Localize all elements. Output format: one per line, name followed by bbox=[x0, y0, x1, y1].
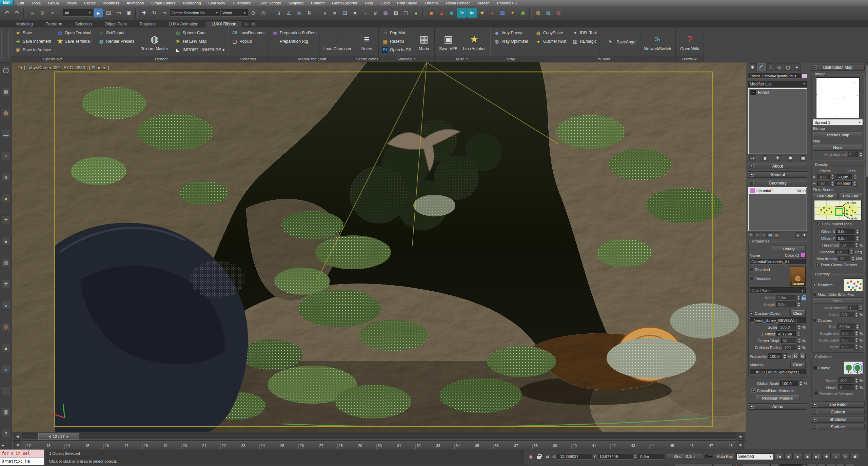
go-to-start-button[interactable]: |◀ bbox=[775, 453, 783, 460]
tab-motion-icon[interactable]: ◎ bbox=[775, 63, 783, 71]
mirror-icon[interactable]: ◑ bbox=[320, 8, 329, 18]
collision-height-spinner[interactable] bbox=[854, 384, 859, 390]
previous-key-button[interactable]: «» bbox=[770, 464, 779, 466]
vray-proxys-button[interactable]: ◆Vray Proxys bbox=[493, 28, 529, 37]
curve-editor-icon[interactable]: ~ bbox=[360, 8, 370, 18]
notes-button[interactable]: ≡Notes bbox=[358, 33, 375, 52]
setoutput-button[interactable]: ≡SetOutput bbox=[97, 28, 135, 37]
menu-item-royal-render[interactable]: Royal Render bbox=[442, 0, 474, 6]
menu-item-tools[interactable]: Tools bbox=[28, 0, 44, 6]
toolbar-expand-icon[interactable]: ▸ bbox=[2, 443, 4, 448]
schematic-view-icon[interactable]: # bbox=[371, 8, 380, 18]
save-button[interactable]: ★Save bbox=[14, 28, 52, 37]
snap-toggle-3d-icon[interactable]: 3 bbox=[274, 8, 283, 18]
make-unique-icon[interactable]: ✚ bbox=[775, 155, 781, 161]
density-y-pixels-spinner[interactable] bbox=[830, 181, 834, 187]
slider-nudge-fwd[interactable]: ▶ bbox=[67, 435, 69, 438]
vray-optimizer-button[interactable]: ◍Vray Optimizer bbox=[493, 37, 529, 45]
frame-tick-24[interactable]: 24 bbox=[259, 444, 265, 449]
angle-snap-icon[interactable]: ∠ bbox=[284, 8, 294, 18]
custom-object-field[interactable]: _forest_library_BEWSWLI bbox=[750, 317, 806, 323]
plugin-icon-2[interactable]: ▲ bbox=[437, 8, 446, 18]
ribbon-tab-populate[interactable]: Populate bbox=[134, 21, 162, 27]
select-and-manipulate-icon[interactable]: ◎ bbox=[259, 8, 268, 18]
frame-tick-44[interactable]: 44 bbox=[649, 444, 655, 449]
density-x-units-spinner[interactable] bbox=[853, 174, 857, 180]
menu-item-ornatrix[interactable]: Ornatrix bbox=[421, 0, 442, 6]
frame-tick-34[interactable]: 34 bbox=[454, 444, 460, 449]
plugin-icon-6[interactable]: ★ bbox=[477, 8, 487, 18]
rollout-camera[interactable]: +Camera bbox=[811, 409, 865, 415]
scale-field[interactable]: 100,0 bbox=[778, 324, 796, 330]
quad-icon-sun[interactable]: ☀ bbox=[2, 215, 11, 224]
plugin-icon-8[interactable]: ▦ bbox=[498, 8, 507, 18]
global-scale-field[interactable]: 100,0 bbox=[780, 381, 798, 386]
plugin-icon-7[interactable]: ● bbox=[488, 8, 497, 18]
frame-spinner[interactable] bbox=[803, 464, 807, 466]
frame-tick-41[interactable]: 41 bbox=[591, 444, 596, 449]
select-object-icon[interactable]: ► bbox=[94, 8, 103, 18]
copypaste-button[interactable]: ◍CopyPaste bbox=[534, 28, 567, 37]
custom-object-radio[interactable] bbox=[750, 311, 754, 315]
plugin-icon-5[interactable]: Re bbox=[467, 8, 477, 18]
viewport-canvas[interactable]: [ + ] [ physCamera001_RAC_0980 ] [ Shade… bbox=[12, 62, 746, 432]
tab-hierarchy-icon[interactable]: ∴ bbox=[766, 63, 774, 71]
resetm-button[interactable]: ▦ResetM bbox=[381, 37, 412, 45]
geometry-list-item[interactable]: OpuntiaFi... 100,0 bbox=[749, 188, 806, 194]
blurry-edge-spinner[interactable] bbox=[854, 337, 859, 343]
object-name-field[interactable]: Forest_Canyon-OpuntiaFicus bbox=[748, 73, 801, 79]
menu-item-print-studio[interactable]: Print Studio bbox=[393, 0, 421, 6]
custom-object-thumbnail[interactable]: ◍ Custom bbox=[790, 267, 806, 286]
mario-button[interactable]: ▦Mario bbox=[416, 33, 432, 52]
density-y-pixels-field[interactable]: 100 bbox=[817, 181, 829, 187]
select-and-link-icon[interactable]: ∞ bbox=[27, 8, 37, 18]
frame-tick-29[interactable]: 29 bbox=[357, 444, 362, 449]
sphere-cam-button[interactable]: ◍Sphere Cam bbox=[174, 28, 226, 37]
teapot-render-icon-2[interactable]: ◍ bbox=[544, 8, 553, 18]
trackbar-right-box[interactable]: ▶ bbox=[738, 441, 744, 449]
listener-script-line[interactable]: Ornatrix: Ha bbox=[0, 458, 44, 465]
tab-create-icon[interactable]: ✱ bbox=[749, 63, 757, 71]
save-increment-button[interactable]: ✚Save Increment bbox=[14, 37, 52, 45]
menu-item-xmesh[interactable]: XMesh bbox=[474, 0, 493, 6]
item-name-field[interactable]: OpuntiaFicusIndia_01 bbox=[750, 259, 806, 265]
menu-item-modifiers[interactable]: Modifiers bbox=[100, 0, 123, 6]
notification-icon[interactable]: ◉ bbox=[527, 453, 534, 460]
frame-tick-16[interactable]: 16 bbox=[103, 444, 109, 449]
slider-nudge-back[interactable]: ◀ bbox=[48, 435, 51, 438]
gbuffertwist-button[interactable]: ●GBufferTwist bbox=[534, 37, 567, 45]
go-to-end-button[interactable]: ▶| bbox=[813, 453, 821, 460]
time-configuration-button[interactable]: ▦ bbox=[808, 464, 816, 466]
diversity-noise-field[interactable]: 0,0 bbox=[840, 312, 853, 317]
luxxautobot-button[interactable]: ★LuxxAutobot bbox=[461, 33, 488, 52]
rendered-frame-window-icon[interactable]: ▢ bbox=[401, 8, 411, 18]
trackbar-left-box[interactable]: ◀ bbox=[14, 441, 20, 449]
max-logo-button[interactable]: MAX bbox=[0, 0, 14, 6]
import-lightrigs--button[interactable]: ◣IMPORT LIGHTRIGS ▾ bbox=[174, 45, 226, 54]
frame-tick-48[interactable]: 48 bbox=[727, 444, 732, 449]
add-time-tag-button[interactable]: Add Time Tag bbox=[675, 464, 713, 466]
reassign-material-button[interactable]: Reassign Material bbox=[756, 395, 800, 401]
draw-gizmo-checkbox[interactable]: ✓ bbox=[815, 263, 820, 267]
set-key-brush-icon[interactable]: ╲ bbox=[734, 464, 741, 466]
menu-item-scripting[interactable]: Scripting bbox=[284, 0, 307, 6]
select-and-scale-icon[interactable]: ▱ bbox=[160, 8, 169, 18]
panel-scrollbar[interactable] bbox=[866, 62, 868, 449]
pin-stack-icon[interactable]: ⊶ bbox=[749, 155, 755, 161]
bitmap-button[interactable]: spread1.bmp bbox=[813, 132, 863, 138]
remagic-button[interactable]: ▥REmagic bbox=[571, 37, 597, 45]
render-presets-button[interactable]: ◍Render Presets bbox=[97, 37, 135, 45]
random-radio[interactable] bbox=[813, 283, 817, 287]
frame-tick-15[interactable]: 15 bbox=[84, 444, 89, 449]
rollout-tree-editor[interactable]: +Tree Editor bbox=[811, 401, 865, 408]
absolute-offset-toggle-icon[interactable]: ⇄ bbox=[544, 453, 551, 460]
material-field[interactable]: #539 ( Multi/Sub-Object ) bbox=[750, 369, 806, 375]
max-density-spinner[interactable] bbox=[851, 256, 855, 261]
open-wiki-button[interactable]: ?Open Wiki bbox=[678, 33, 701, 52]
tab-modify-icon[interactable] bbox=[757, 63, 766, 71]
key-filters-button[interactable]: Key Filters... bbox=[742, 464, 769, 466]
ribbon-minimize-icon[interactable]: ▫ bbox=[243, 21, 250, 27]
lock-width-height-icon[interactable] bbox=[802, 295, 806, 300]
ribbon-tab-luxx-ribbon[interactable]: LUXX Ribbon bbox=[205, 20, 243, 27]
align-icon[interactable]: ≡ bbox=[330, 8, 339, 18]
